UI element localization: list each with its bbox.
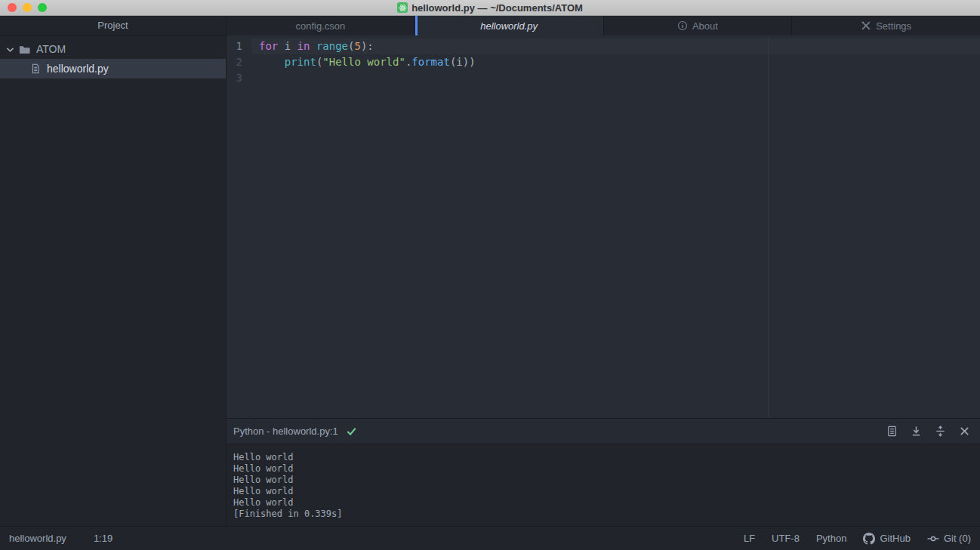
git-commit-icon	[927, 533, 939, 545]
github-icon	[863, 533, 875, 545]
script-output-panel: Python - helloworld.py:1 Hello worldHell…	[227, 418, 980, 526]
status-utf-8[interactable]: UTF-8	[772, 533, 800, 544]
output-line: Hello world	[233, 463, 973, 475]
code-text: for i in range(5):	[251, 38, 980, 54]
wrap-guide	[768, 35, 769, 418]
success-check-icon	[346, 426, 357, 437]
project-header: Project	[0, 16, 226, 35]
code-line-1[interactable]: 1for i in range(5):	[227, 38, 980, 54]
download-output-icon[interactable]	[909, 425, 923, 438]
code-area: 1for i in range(5):2 print("Hello world"…	[227, 35, 980, 86]
status-bar-right: LFUTF-8PythonGitHubGit (0)	[744, 533, 971, 545]
close-window-button[interactable]	[8, 3, 17, 12]
status-label: UTF-8	[772, 533, 800, 544]
status-1-19[interactable]: 1:19	[94, 533, 112, 544]
status-bar: helloworld.py1:19 LFUTF-8PythonGitHubGit…	[0, 526, 980, 550]
active-tab-indicator	[415, 16, 418, 35]
status-helloworld-py: helloworld.py	[9, 533, 66, 544]
info-icon	[677, 20, 688, 31]
tab-label: helloworld.py	[480, 20, 538, 32]
line-number: 2	[227, 54, 251, 70]
output-header: Python - helloworld.py:1	[227, 419, 980, 444]
tree-view: ATOM helloworld.py	[0, 35, 226, 78]
status-lf[interactable]: LF	[744, 533, 755, 544]
status-label: GitHub	[880, 533, 910, 544]
tab-helloworld-py[interactable]: helloworld.py	[415, 16, 604, 35]
output-line: Hello world	[233, 497, 973, 509]
status-label: LF	[744, 533, 755, 544]
tab-about[interactable]: About	[604, 16, 793, 35]
status-git-0-[interactable]: Git (0)	[927, 533, 971, 545]
code-line-3[interactable]: 3	[227, 70, 980, 86]
status-github[interactable]: GitHub	[863, 533, 910, 545]
minimize-window-button[interactable]	[23, 3, 32, 12]
folder-icon	[19, 44, 30, 55]
close-output-icon[interactable]	[957, 425, 971, 438]
line-number: 1	[227, 38, 251, 54]
tab-bar: config.csonhelloworld.pyAboutSettings	[227, 16, 980, 35]
status-python[interactable]: Python	[816, 533, 846, 544]
main-area: Project ATOM helloworld.py	[0, 16, 980, 526]
tab-settings[interactable]: Settings	[792, 16, 980, 35]
output-line: Hello world	[233, 486, 973, 497]
tree-file-helloworld.py[interactable]: helloworld.py	[0, 59, 226, 78]
status-label: 1:19	[94, 533, 112, 544]
output-line: Hello world	[233, 475, 973, 486]
expand-output-icon[interactable]	[933, 425, 947, 438]
code-editor[interactable]: 1for i in range(5):2 print("Hello world"…	[227, 35, 980, 418]
tab-label: About	[692, 20, 718, 32]
output-line: Hello world	[233, 452, 973, 463]
atom-app-icon	[397, 2, 408, 13]
status-bar-left: helloworld.py1:19	[9, 533, 112, 544]
window-title: helloworld.py — ~/Documents/ATOM	[411, 2, 583, 14]
output-body: Hello worldHello worldHello worldHello w…	[227, 444, 980, 527]
status-label: Git (0)	[944, 533, 971, 544]
code-text: print("Hello world".format(i))	[251, 54, 980, 70]
window-title-wrap: helloworld.py — ~/Documents/ATOM	[397, 2, 583, 14]
file-name: helloworld.py	[47, 63, 109, 75]
zoom-window-button[interactable]	[38, 3, 47, 12]
tree-folder-atom[interactable]: ATOM	[0, 39, 226, 59]
status-label: Python	[816, 533, 846, 544]
titlebar: helloworld.py — ~/Documents/ATOM	[0, 0, 980, 16]
file-icon	[30, 63, 41, 74]
output-line: [Finished in 0.339s]	[233, 509, 973, 520]
document-output-icon[interactable]	[885, 425, 898, 438]
project-sidebar: Project ATOM helloworld.py	[0, 16, 227, 526]
tools-icon	[861, 20, 871, 31]
output-title: Python - helloworld.py:1	[233, 426, 338, 437]
editor-pane: config.csonhelloworld.pyAboutSettings 1f…	[227, 16, 980, 526]
tab-config-cson[interactable]: config.cson	[227, 16, 415, 35]
chevron-down-icon	[5, 45, 16, 54]
code-line-2[interactable]: 2 print("Hello world".format(i))	[227, 54, 980, 70]
traffic-lights	[8, 3, 47, 12]
folder-name: ATOM	[36, 43, 66, 55]
atom-window: helloworld.py — ~/Documents/ATOM Project	[0, 0, 980, 550]
code-text	[251, 70, 980, 86]
tab-label: config.cson	[295, 20, 345, 32]
line-number: 3	[227, 70, 251, 86]
output-toolbar	[885, 425, 971, 438]
status-label: helloworld.py	[9, 533, 66, 544]
tab-label: Settings	[876, 20, 911, 32]
